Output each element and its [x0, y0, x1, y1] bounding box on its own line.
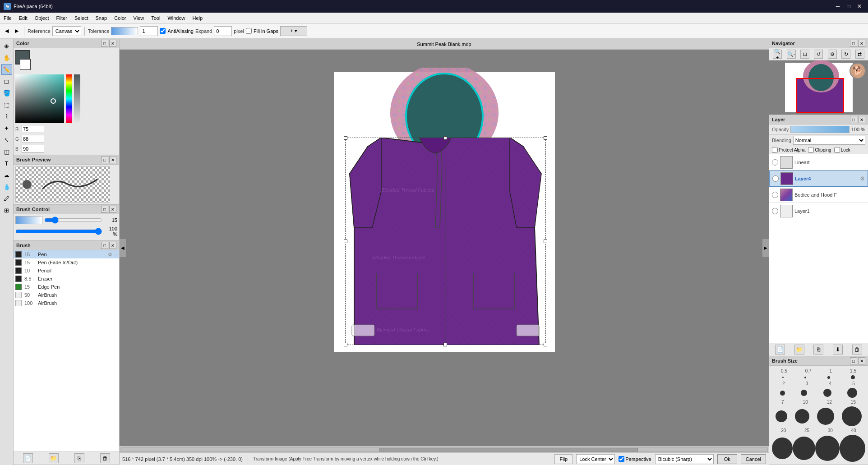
brush-folder-btn[interactable]: 📁 [49, 453, 59, 463]
layer-eye-layer4[interactable] [772, 175, 779, 182]
layer-folder-btn[interactable]: 📁 [794, 345, 804, 355]
nav-zoom-out[interactable]: 🔍- [787, 50, 796, 59]
bs-dot-30[interactable] [815, 436, 840, 461]
menu-help[interactable]: Help [189, 13, 207, 23]
brush-control-close[interactable]: ✕ [109, 206, 116, 213]
scrollbar-thumb[interactable] [379, 448, 638, 451]
bs-dot-2[interactable] [780, 391, 785, 396]
tool-magic-wand[interactable]: ✦ [1, 123, 12, 134]
menu-view[interactable]: View [130, 13, 148, 23]
layer-copy-btn[interactable]: ⎘ [813, 345, 823, 355]
menu-select[interactable]: Select [71, 13, 92, 23]
scrollbar-track[interactable] [120, 447, 768, 452]
mode-selector[interactable]: + ▾ [280, 26, 307, 36]
bs-dot-7[interactable] [776, 410, 787, 422]
brush-size-slider[interactable] [44, 216, 102, 224]
brush-new-btn[interactable]: 📄 [23, 453, 33, 463]
bs-dot-3[interactable] [801, 390, 807, 396]
brush-item-edge-pen[interactable]: 15 Edge Pen [14, 283, 119, 291]
opacity-bar[interactable] [790, 126, 850, 133]
menu-edit[interactable]: Edit [15, 13, 31, 23]
bs-dot-12[interactable] [817, 408, 834, 425]
toolbar-next-btn[interactable]: ▶ [13, 25, 21, 37]
layer-panel-close[interactable]: ✕ [858, 116, 865, 123]
layer-eye-bodice[interactable] [772, 192, 778, 198]
fillingaps-checkbox[interactable] [246, 28, 252, 34]
bs-dot-05[interactable] [782, 377, 784, 378]
nav-rotate-left[interactable]: ↺ [814, 50, 823, 59]
navigator-close[interactable]: ✕ [858, 40, 865, 47]
ok-button[interactable]: Ok [717, 454, 737, 464]
layer-eye-layer1[interactable] [772, 208, 778, 214]
brush-item-airbrush-100[interactable]: 100 AirBrush [14, 299, 119, 307]
color-g-input[interactable] [22, 135, 44, 143]
canvas-select[interactable]: Canvas [52, 26, 81, 36]
brush-copy-btn[interactable]: ⎘ [74, 453, 84, 463]
brush-size-header[interactable]: Brush Size □ ✕ [769, 356, 868, 366]
bs-dot-4[interactable] [823, 389, 831, 397]
tool-snap[interactable]: ⊞ [1, 205, 12, 216]
layer-panel-header[interactable]: Layer □ ✕ [769, 115, 868, 124]
color-gradient[interactable] [15, 74, 64, 123]
brush-panel-header[interactable]: Brush □ ✕ [14, 241, 119, 250]
nav-settings[interactable]: ⚙ [828, 50, 837, 59]
canvas-nav-left[interactable]: ◀ [120, 239, 126, 257]
protect-alpha-checkbox[interactable] [772, 147, 778, 153]
brush-control-float[interactable]: □ [101, 206, 108, 213]
clipping-checkbox[interactable] [808, 147, 814, 153]
bs-dot-1[interactable] [827, 376, 830, 379]
layer-merge-btn[interactable]: ⬇ [833, 345, 843, 355]
menu-filter[interactable]: Filter [53, 13, 71, 23]
brush-item-pencil[interactable]: 10 Pencil [14, 267, 119, 275]
background-swatch[interactable] [20, 59, 31, 70]
brush-item-airbrush-50[interactable]: 50 AirBrush [14, 291, 119, 299]
tool-fill[interactable]: 🪣 [1, 87, 12, 98]
color-panel-header[interactable]: Color □ ✕ [14, 39, 119, 48]
color-alpha[interactable] [74, 74, 80, 123]
color-b-input[interactable] [22, 145, 44, 153]
tool-hand[interactable]: ✋ [1, 52, 12, 63]
brush-preview-header[interactable]: Brush Preview □ ✕ [14, 155, 119, 165]
brush-size-close[interactable]: ✕ [858, 357, 865, 364]
tool-text[interactable]: T [1, 158, 12, 169]
canvas-viewport[interactable]: ◀ [120, 50, 769, 446]
h-scrollbar[interactable] [120, 446, 769, 452]
close-button[interactable]: ✕ [854, 1, 864, 11]
layer-delete-btn[interactable]: 🗑 [852, 345, 862, 355]
brush-panel-float[interactable]: □ [101, 242, 108, 249]
flip-button[interactable]: Flip [554, 454, 573, 464]
brush-size-float[interactable]: □ [850, 357, 857, 364]
navigator-preview[interactable]: 🐕 [769, 60, 868, 115]
bs-dot-15[interactable] [851, 375, 855, 379]
bs-dot-5[interactable] [847, 388, 857, 398]
nav-zoom-in[interactable]: 🔍+ [773, 50, 782, 59]
tool-brush[interactable]: ✏️ [1, 64, 12, 75]
layer-new-btn[interactable]: 📄 [775, 345, 785, 355]
nav-rotate-right[interactable]: ↻ [841, 50, 850, 59]
bs-dot-25[interactable] [793, 437, 815, 460]
bs-dot-40[interactable] [840, 435, 866, 462]
navigator-float[interactable]: □ [850, 40, 857, 47]
layer-item-bodice[interactable]: Bodice and Hood F [769, 187, 868, 203]
antialias-checkbox[interactable] [160, 28, 166, 34]
color-spectrum[interactable] [66, 74, 72, 123]
tolerance-input[interactable] [140, 26, 158, 36]
interpolation-select[interactable]: Bicubic (Sharp) [655, 454, 714, 464]
brush-item-eraser[interactable]: 8.5 Eraser [14, 275, 119, 283]
menu-window[interactable]: Window [164, 13, 189, 23]
expand-input[interactable] [214, 26, 232, 36]
nav-flip[interactable]: ⇄ [855, 50, 864, 59]
tool-select-rect[interactable]: ⬚ [1, 99, 12, 110]
tool-eyedrop2[interactable]: 🖊 [1, 193, 12, 204]
bs-dot-10[interactable] [795, 409, 809, 424]
brush-item-pen-fade[interactable]: 15 Pen (Fade In/Out) [14, 258, 119, 267]
color-panel-close[interactable]: ✕ [109, 40, 116, 47]
brush-preview-close[interactable]: ✕ [109, 156, 116, 163]
brush-opacity-slider[interactable] [15, 227, 102, 235]
tool-smudge[interactable]: ☁ [1, 170, 12, 180]
tool-select-lasso[interactable]: ⌇ [1, 111, 12, 122]
layer-item-layer4[interactable]: Layer4 ⚙ [769, 170, 868, 187]
menu-object[interactable]: Object [31, 13, 53, 23]
brush-panel-close[interactable]: ✕ [109, 242, 116, 249]
brush-item-pen[interactable]: 15 Pen ⚙ ↕ [14, 250, 119, 258]
